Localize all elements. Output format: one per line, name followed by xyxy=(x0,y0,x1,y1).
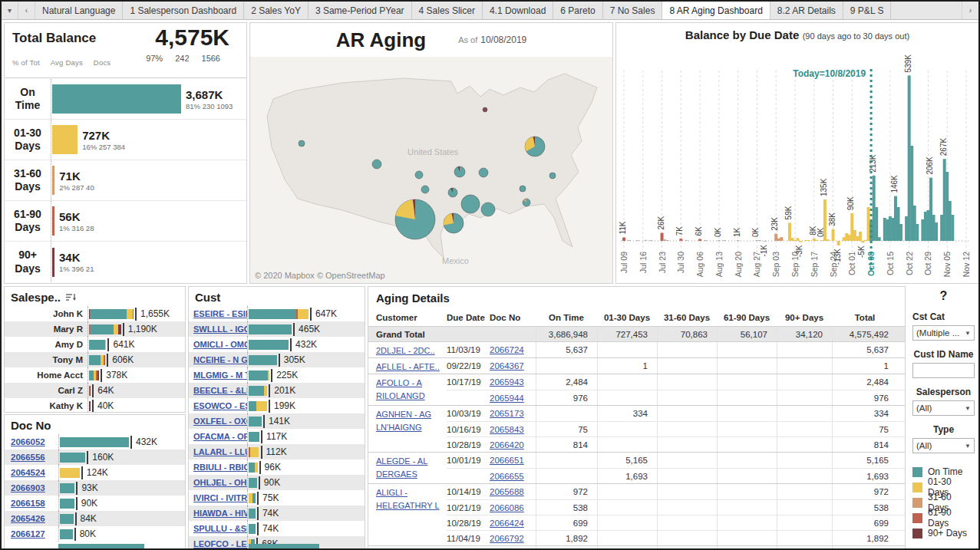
map-bubble[interactable] xyxy=(444,213,464,233)
due-bar[interactable] xyxy=(737,240,740,241)
stacked-bar[interactable] xyxy=(89,340,106,350)
doc-no-link[interactable]: 2065173 xyxy=(490,409,524,418)
stacked-bar[interactable] xyxy=(60,468,80,478)
tab-8-ar-aging-dashboard[interactable]: 8 AR Aging Dashboard xyxy=(662,2,770,19)
map-bubble[interactable] xyxy=(520,186,526,192)
due-bar[interactable] xyxy=(698,239,701,241)
cust-link[interactable]: OMICLI - OMGH .. xyxy=(193,340,247,349)
tab-7-no-sales[interactable]: 7 No Sales xyxy=(603,2,663,19)
due-bar[interactable] xyxy=(856,236,859,241)
due-bar[interactable] xyxy=(929,178,932,241)
due-bar[interactable] xyxy=(889,216,892,241)
tab-6-pareto[interactable]: 6 Pareto xyxy=(553,2,602,19)
chevron-right-icon[interactable]: › xyxy=(962,2,978,19)
bucket-bar[interactable] xyxy=(52,166,54,195)
due-bar[interactable] xyxy=(777,239,780,241)
cust-link[interactable]: ESEIRE - ESIDRE.. xyxy=(193,309,247,318)
due-bar[interactable] xyxy=(837,241,840,245)
tab-9-p-l-s[interactable]: 9 P&L S xyxy=(843,2,892,19)
stacked-bar[interactable] xyxy=(249,340,289,350)
doc-no-link[interactable]: 2065688 xyxy=(490,487,524,496)
due-bar[interactable] xyxy=(832,229,835,241)
due-bar[interactable] xyxy=(823,199,827,241)
due-bar[interactable] xyxy=(788,222,791,241)
due-bar[interactable] xyxy=(886,219,889,241)
stacked-bar[interactable] xyxy=(249,324,292,334)
doc-no-link[interactable]: 2065944 xyxy=(490,394,524,403)
due-bar[interactable] xyxy=(949,201,952,241)
bucket-bar[interactable] xyxy=(52,206,54,235)
stacked-bar[interactable] xyxy=(249,355,277,365)
salesperson-row[interactable]: Amy D641K xyxy=(5,337,185,352)
stacked-bar[interactable] xyxy=(60,453,85,463)
stacked-bar[interactable] xyxy=(249,478,257,488)
stacked-bar[interactable] xyxy=(249,417,262,426)
due-bar[interactable] xyxy=(894,196,897,241)
doc-no-link[interactable]: 2066052 xyxy=(11,437,45,446)
due-bar[interactable] xyxy=(883,218,886,241)
cust-link[interactable]: RBIULI - RBIGN .. xyxy=(193,463,247,472)
due-bar[interactable] xyxy=(853,230,856,241)
due-bar[interactable] xyxy=(843,237,846,241)
cust-link[interactable]: NCEIHE - N GEH.. xyxy=(193,355,247,364)
due-bar[interactable] xyxy=(897,207,900,241)
due-bar[interactable] xyxy=(807,240,810,241)
customer-link[interactable]: ALIGLI -HELEGATHRY L xyxy=(376,488,440,510)
stacked-bar[interactable] xyxy=(249,447,259,457)
cust-link[interactable]: OHLJEL - OHB.N.. xyxy=(193,478,247,487)
customer-link[interactable]: AGNHEN - AGLN'HAIGNG xyxy=(376,410,431,432)
due-bar[interactable] xyxy=(924,212,927,241)
due-bar[interactable] xyxy=(799,241,802,242)
due-bar[interactable] xyxy=(861,241,864,242)
due-date-bar-chart[interactable]: Jul 09Jul 16Jul 23Jul 30Aug 06Aug 13Aug … xyxy=(616,43,977,282)
due-bar[interactable] xyxy=(704,240,707,241)
due-bar[interactable] xyxy=(723,240,726,241)
type-dropdown[interactable]: (All)▼ xyxy=(912,438,975,453)
due-bar[interactable] xyxy=(628,240,631,241)
due-bar[interactable] xyxy=(910,146,913,241)
doc-no-link[interactable]: 2066792 xyxy=(490,534,524,543)
doc-no-link[interactable]: 2066127 xyxy=(11,529,45,538)
due-bar[interactable] xyxy=(859,232,862,241)
doc-no-link[interactable]: 2066556 xyxy=(11,453,45,462)
stacked-bar[interactable] xyxy=(249,524,256,534)
map-bubble[interactable] xyxy=(525,137,545,156)
stacked-bar[interactable] xyxy=(249,493,256,503)
doc-no-link[interactable]: 2066086 xyxy=(490,503,524,512)
salesperson-row[interactable]: Carl Z64K xyxy=(5,383,185,398)
salesperson-row[interactable]: Kathy K40K xyxy=(5,398,185,413)
stacked-bar[interactable] xyxy=(89,324,121,334)
stacked-bar[interactable] xyxy=(89,401,91,411)
map-bubble[interactable] xyxy=(299,140,305,147)
due-bar[interactable] xyxy=(718,240,721,241)
chevron-left-icon[interactable]: ‹ xyxy=(18,2,35,19)
map-bubble[interactable] xyxy=(415,171,423,179)
due-bar[interactable] xyxy=(815,240,818,241)
cust-link[interactable]: OXLFEL - OXCTE.. xyxy=(193,417,247,426)
customer-link[interactable]: AFOLLO - ARILOLANGD xyxy=(376,378,425,400)
due-bar[interactable] xyxy=(899,224,902,241)
doc-no-link[interactable]: 2065426 xyxy=(11,514,45,523)
salesperson-row[interactable]: Mary R1,190K xyxy=(5,321,185,337)
due-bar[interactable] xyxy=(758,240,761,241)
map-bubble[interactable] xyxy=(483,107,487,112)
bucket-bar[interactable] xyxy=(52,125,78,154)
due-bar[interactable] xyxy=(845,233,848,241)
due-bar[interactable] xyxy=(764,241,767,242)
due-bar[interactable] xyxy=(685,240,688,241)
due-bar[interactable] xyxy=(891,218,894,241)
due-bar[interactable] xyxy=(797,238,800,241)
doc-no-link[interactable]: 2066158 xyxy=(11,499,45,508)
due-bar[interactable] xyxy=(790,238,794,241)
legend-item[interactable]: 61-90 Days xyxy=(912,510,975,525)
map-bubble[interactable] xyxy=(479,168,488,177)
due-bar[interactable] xyxy=(864,240,867,241)
due-bar[interactable] xyxy=(913,206,916,241)
stacked-bar[interactable] xyxy=(249,432,259,442)
cust-link[interactable]: MLGMIG - M TII.. xyxy=(193,371,247,380)
map-bubble[interactable] xyxy=(421,186,429,193)
due-bar[interactable] xyxy=(661,233,664,241)
us-map[interactable]: United StatesMexico © 2020 Mapbox © Open… xyxy=(250,57,612,283)
cust-link[interactable]: IVIRCI - IVITR RI.. xyxy=(193,493,247,502)
salesperson-row[interactable]: Home Acct378K xyxy=(5,367,185,383)
